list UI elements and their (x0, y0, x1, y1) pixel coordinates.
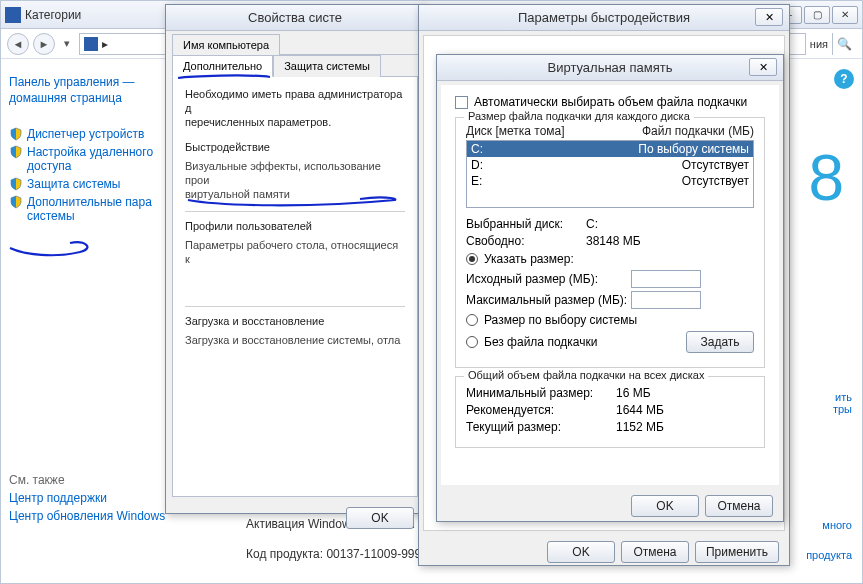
more-link[interactable]: много (822, 519, 852, 531)
windows-8-logo: 8 (808, 141, 844, 215)
drive-list[interactable]: C:По выбору системы D:Отсутствует E:Отсу… (466, 140, 754, 208)
action-center-link[interactable]: Центр поддержки (9, 491, 181, 505)
search-icon[interactable]: 🔍 (832, 33, 856, 55)
perf-cancel-button[interactable]: Отмена (621, 541, 689, 563)
shield-icon (9, 195, 23, 209)
device-manager-link[interactable]: Диспетчер устройств (9, 127, 181, 141)
control-panel-home-link[interactable]: Панель управления — (9, 75, 181, 89)
control-panel-home-link-2[interactable]: домашняя страница (9, 91, 181, 105)
drive-row-e[interactable]: E:Отсутствует (467, 173, 753, 189)
path-chevron: ▸ (102, 37, 108, 51)
perf-apply-button[interactable]: Применить (695, 541, 779, 563)
initial-size-input[interactable] (631, 270, 701, 288)
per-drive-group-label: Размер файла подкачки для каждого диска (464, 110, 694, 122)
no-paging-radio[interactable] (466, 336, 478, 348)
drive-row-d[interactable]: D:Отсутствует (467, 157, 753, 173)
advanced-system-link[interactable]: Дополнительные парасистемы (9, 195, 181, 223)
no-paging-label: Без файла подкачки (484, 335, 597, 349)
admin-note: Необходимо иметь права администратора д … (185, 87, 405, 129)
max-size-input[interactable] (631, 291, 701, 309)
selected-drive-label: Выбранный диск: (466, 217, 586, 231)
tab-computer-name[interactable]: Имя компьютера (172, 34, 280, 55)
per-drive-group: Размер файла подкачки для каждого диска … (455, 117, 765, 368)
free-space-label: Свободно: (466, 234, 586, 248)
app-icon (5, 7, 21, 23)
min-value: 16 МБ (616, 386, 651, 400)
perf-desc: Визуальные эффекты, использование прои в… (185, 159, 405, 201)
rec-value: 1644 МБ (616, 403, 664, 417)
vmem-titlebar[interactable]: Виртуальная память ✕ (437, 55, 783, 81)
sysprop-tabs-2: Дополнительно Защита системы (172, 54, 418, 77)
perf-heading: Быстродействие (185, 141, 405, 153)
cur-label: Текущий размер: (466, 420, 616, 434)
initial-size-label: Исходный размер (МБ): (466, 272, 631, 286)
history-dropdown[interactable]: ▾ (59, 33, 75, 55)
sysprop-ok-button[interactable]: OK (346, 507, 414, 529)
profiles-heading: Профили пользователей (185, 220, 405, 232)
rec-label: Рекомендуется: (466, 403, 616, 417)
see-also-header: См. также (9, 473, 181, 487)
boot-heading: Загрузка и восстановление (185, 315, 405, 327)
vmem-body: Автоматически выбирать объем файла подка… (441, 85, 779, 485)
free-space-value: 38148 МБ (586, 234, 641, 248)
maximize-button[interactable]: ▢ (804, 6, 830, 24)
sysprop-title: Свойства систе (248, 10, 342, 25)
system-managed-label: Размер по выбору системы (484, 313, 637, 327)
system-properties-dialog: Свойства систе Имя компьютера Дополнител… (165, 4, 425, 514)
tab-advanced[interactable]: Дополнительно (172, 55, 273, 77)
perf-close-button[interactable]: ✕ (755, 8, 783, 26)
profiles-desc: Параметры рабочего стола, относящиеся к (185, 238, 405, 266)
sysprop-titlebar[interactable]: Свойства систе (166, 5, 424, 31)
side-panel: Панель управления — домашняя страница Ди… (1, 61, 189, 583)
system-managed-radio[interactable] (466, 314, 478, 326)
col-drive: Диск [метка тома] (466, 124, 642, 138)
shield-icon (9, 177, 23, 191)
total-group: Общий объем файла подкачки на всех диска… (455, 376, 765, 448)
total-group-label: Общий объем файла подкачки на всех диска… (464, 369, 708, 381)
shield-icon (9, 145, 23, 159)
vmem-cancel-button[interactable]: Отмена (705, 495, 773, 517)
cur-value: 1152 МБ (616, 420, 664, 434)
perf-ok-button[interactable]: OK (547, 541, 615, 563)
vmem-close-button[interactable]: ✕ (749, 58, 777, 76)
close-button[interactable]: ✕ (832, 6, 858, 24)
drive-row-c[interactable]: C:По выбору системы (467, 141, 753, 157)
custom-size-radio[interactable] (466, 253, 478, 265)
path-tail: ния (810, 38, 828, 50)
remote-settings-link[interactable]: Настройка удаленногодоступа (9, 145, 181, 173)
right-link-group[interactable]: ить тры (833, 391, 852, 415)
set-button[interactable]: Задать (686, 331, 754, 353)
shield-icon (9, 127, 23, 141)
vmem-title: Виртуальная память (548, 60, 673, 75)
help-icon[interactable]: ? (834, 69, 854, 89)
product-link[interactable]: продукта (806, 549, 852, 561)
selected-drive-value: C: (586, 217, 598, 231)
windows-update-link[interactable]: Центр обновления Windows (9, 509, 181, 523)
max-size-label: Максимальный размер (МБ): (466, 293, 631, 307)
custom-size-label: Указать размер: (484, 252, 574, 266)
perf-titlebar[interactable]: Параметры быстродействия ✕ (419, 5, 789, 31)
sysprop-body: Необходимо иметь права администратора д … (172, 77, 418, 497)
tab-protection[interactable]: Защита системы (273, 55, 381, 77)
system-protection-link[interactable]: Защита системы (9, 177, 181, 191)
vmem-ok-button[interactable]: OK (631, 495, 699, 517)
forward-button[interactable]: ► (33, 33, 55, 55)
min-label: Минимальный размер: (466, 386, 616, 400)
sysprop-tabs: Имя компьютера (172, 33, 418, 55)
virtual-memory-dialog: Виртуальная память ✕ Автоматически выбир… (436, 54, 784, 522)
col-paging: Файл подкачки (МБ) (642, 124, 754, 138)
auto-manage-checkbox[interactable] (455, 96, 468, 109)
product-key-text: Код продукта: 00137-11009-999 (246, 547, 421, 561)
boot-desc: Загрузка и восстановление системы, отла (185, 333, 405, 347)
back-button[interactable]: ◄ (7, 33, 29, 55)
perf-title: Параметры быстродействия (518, 10, 690, 25)
auto-manage-label: Автоматически выбирать объем файла подка… (474, 95, 747, 109)
path-icon (84, 37, 98, 51)
